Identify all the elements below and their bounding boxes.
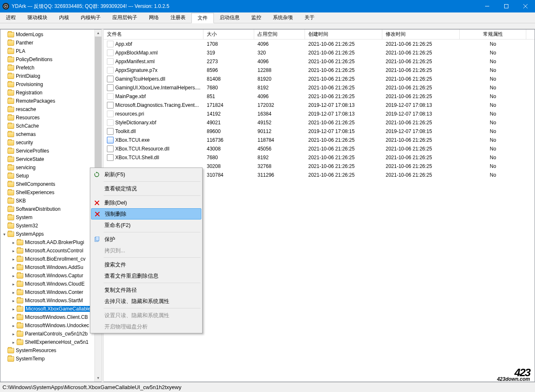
expand-icon[interactable]: ▸ [11,249,16,253]
tree-node[interactable]: ServiceProfiles [0,147,102,155]
leaf-icon[interactable] [2,99,7,104]
menu-4[interactable]: 应用层钩子 [107,12,143,23]
folder-tree[interactable]: ModemLogsPantherPLAPolicyDefinitionsPref… [0,30,102,364]
leaf-icon[interactable] [2,165,7,170]
menu-9[interactable]: 监控 [245,12,267,23]
menu-6[interactable]: 注册表 [165,12,191,23]
leaf-icon[interactable] [2,149,7,153]
table-row[interactable]: AppxManifest.xml227340962021-10-06 21:26… [104,57,535,66]
scroll-down-arrow[interactable]: ▼ [95,375,102,382]
table-row[interactable]: MainPage.xbf85140962021-10-06 21:26:2520… [104,92,535,101]
table-row[interactable]: Toolkit.dll89600901122019-12-07 17:08:15… [104,127,535,136]
table-row[interactable]: Microsoft.Diagnostics.Tracing.Event...17… [104,101,535,109]
tree-node[interactable]: ▸MicrosoftWindows.Undockec [0,321,102,330]
leaf-icon[interactable] [2,190,7,195]
column-header[interactable]: 文件名 [104,30,203,39]
menu-7[interactable]: 文件 [191,13,214,23]
expand-icon[interactable]: ▸ [11,290,16,295]
expand-icon[interactable]: ▸ [11,282,16,286]
scroll-up-arrow[interactable]: ▲ [95,30,102,37]
tree-node[interactable]: ▸Microsoft.AccountsControl [0,247,102,255]
tree-node[interactable]: Resources [0,113,102,122]
tree-node[interactable]: ▸Microsoft.Windows.StartM [0,296,102,305]
tree-node[interactable]: ▸ParentalControls_cw5n1h2b [0,330,102,338]
tree-node[interactable]: SystemTemp [0,355,102,363]
menu-0[interactable]: 进程 [0,12,22,23]
tree-node[interactable]: ModemLogs [0,30,102,39]
column-header[interactable]: 常规属性 [460,30,526,39]
tree-node[interactable]: ▸ShellExperienceHost_cw5n1 [0,338,102,346]
leaf-icon[interactable] [2,49,7,54]
leaf-icon[interactable] [2,32,7,37]
tree-node[interactable]: PrintDialog [0,72,102,80]
tree-node[interactable]: PLA [0,47,102,55]
tree-node[interactable]: ServiceState [0,155,102,163]
tree-node[interactable]: RemotePackages [0,97,102,105]
minimize-button[interactable] [478,0,497,12]
tree-node[interactable]: Prefetch [0,64,102,72]
table-row[interactable]: resources.pri14192163842019-12-07 17:08:… [104,109,535,118]
menu-1[interactable]: 驱动模块 [22,12,53,23]
context-menu-item[interactable]: 去掉只读、隐藏和系统属性 [91,296,201,307]
leaf-icon[interactable] [2,182,7,187]
table-row[interactable]: XBox.TCUI.Resource.dll43008450562021-10-… [104,144,535,153]
context-menu-item[interactable]: 复制文件路径 [91,284,201,296]
tree-node[interactable]: ▸MicrosoftWindows.Client.CB [0,313,102,321]
context-menu-item[interactable]: 查看锁定情况 [91,183,201,194]
column-header[interactable]: 修改时间 [382,30,460,39]
expand-icon[interactable]: ▸ [11,265,16,270]
tree-node[interactable]: ▸Microsoft.BioEnrollment_cv [0,255,102,263]
tree-node[interactable]: Setup [0,172,102,180]
expand-icon[interactable]: ▸ [11,315,16,320]
expand-icon[interactable]: ▸ [11,274,16,278]
expand-icon[interactable]: ▸ [11,340,16,345]
table-row[interactable]: GamingTcuiHelpers.dll81408819202021-10-0… [104,74,535,83]
leaf-icon[interactable] [2,91,7,95]
tree-node[interactable]: System32 [0,222,102,230]
leaf-icon[interactable] [2,57,7,62]
collapse-icon[interactable]: ▾ [2,232,7,237]
tree-node[interactable]: ▸Microsoft.XboxGameCallable [0,305,102,313]
leaf-icon[interactable] [2,41,7,45]
tree-node[interactable]: ▸Microsoft.Windows.AddSu [0,263,102,271]
menu-10[interactable]: 系统杂项 [267,12,299,23]
tree-node[interactable]: ▾SystemApps [0,230,102,238]
column-header[interactable]: 创建时间 [305,30,382,39]
tree-node[interactable]: PolicyDefinitions [0,55,102,64]
tree-node[interactable]: ▸Microsoft.AAD.BrokerPlugi [0,238,102,247]
menu-11[interactable]: 关于 [299,12,320,23]
leaf-icon[interactable] [2,199,7,203]
menu-8[interactable]: 启动信息 [214,12,245,23]
leaf-icon[interactable] [2,124,7,128]
leaf-icon[interactable] [2,157,7,162]
column-header[interactable]: 大小 [203,30,254,39]
tree-node[interactable]: security [0,138,102,147]
tree-node[interactable]: servicing [0,163,102,172]
table-row[interactable]: App.xbf170840962021-10-06 21:26:252021-1… [104,39,535,48]
leaf-icon[interactable] [2,116,7,120]
tree-node[interactable]: Panther [0,39,102,47]
leaf-icon[interactable] [2,82,7,87]
file-list-body[interactable]: App.xbf170840962021-10-06 21:26:252021-1… [104,39,535,179]
leaf-icon[interactable] [2,66,7,70]
tree-node[interactable]: ▸Microsoft.Windows.Captur [0,271,102,280]
tree-node[interactable]: schemas [0,130,102,138]
leaf-icon[interactable] [2,224,7,228]
expand-icon[interactable]: ▸ [11,323,16,328]
expand-icon[interactable]: ▸ [11,298,16,303]
tree-node[interactable]: ▸Microsoft.Windows.CloudE [0,280,102,288]
close-button[interactable] [516,0,535,12]
leaf-icon[interactable] [2,174,7,178]
leaf-icon[interactable] [2,132,7,137]
table-row[interactable]: XBox.TCUI.Shell.dll768081922021-10-06 21… [104,153,535,162]
leaf-icon[interactable] [2,207,7,212]
menu-5[interactable]: 网络 [143,12,165,23]
leaf-icon[interactable] [2,141,7,145]
table-row[interactable]: GamingUI.XboxLive.InternalHelpers....768… [104,83,535,92]
leaf-icon[interactable] [2,357,7,361]
table-row[interactable]: AppxBlockMap.xml3193202021-10-06 21:26:2… [104,48,535,57]
leaf-icon[interactable] [2,74,7,79]
menu-2[interactable]: 内核 [53,12,75,23]
maximize-button[interactable] [497,0,516,12]
tree-node[interactable]: Provisioning [0,80,102,89]
